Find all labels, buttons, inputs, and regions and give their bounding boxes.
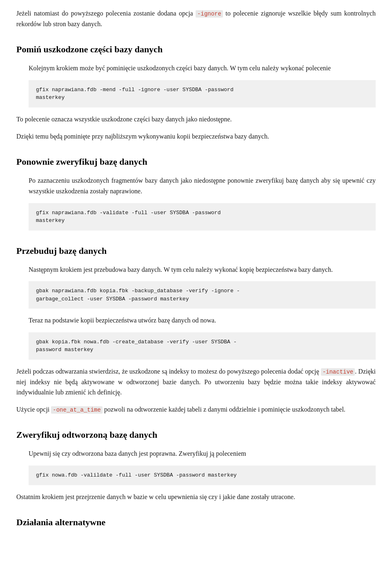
intro-paragraph: Jeżeli natomiast do powyższego polecenia…	[16, 8, 376, 29]
section1-para3: Dzięki temu będą pominięte przy najbliżs…	[16, 131, 376, 142]
intro-text-before: Jeżeli natomiast do powyższego polecenia…	[16, 10, 196, 17]
section2-heading: Ponownie zweryfikuj bazę danych	[16, 155, 376, 169]
section1-para2: To polecenie oznacza wszystkie uszkodzon…	[16, 114, 376, 125]
section3-heading: Przebuduj bazę danych	[16, 244, 376, 258]
section3-para1: Następnym krokiem jest przebudowa bazy d…	[29, 264, 376, 275]
section3-para4-before: Użycie opcji	[16, 406, 51, 413]
section3-para2: Teraz na podstawie kopii bezpieczeństwa …	[29, 315, 376, 326]
section3-para4: Użycie opcji -one_at_a_time pozwoli na o…	[16, 404, 376, 415]
section3-para3-before: Jeżeli podczas odtwarzania stwierdzisz, …	[16, 368, 321, 375]
section3-code-one-at-a-time: -one_at_a_time	[51, 406, 102, 414]
intro-code-ignore: -ignore	[196, 10, 223, 18]
section1-heading: Pomiń uszkodzone części bazy danych	[16, 42, 376, 56]
section3-para4-after: pozwoli na odtworzenie każdej tabeli z d…	[102, 406, 345, 413]
section3-code-block2: gbak kopia.fbk nowa.fdb -create_database…	[29, 332, 376, 360]
section4-code-block: gfix nowa.fdb -valildate -full -user SYS…	[29, 466, 376, 485]
section4-para1: Upewnij się czy odtworzona baza danych j…	[29, 448, 376, 459]
section1-para1: Kolejnym krokiem może być pominięcie usz…	[29, 63, 376, 74]
section3-code-inactive: -inactive	[321, 368, 355, 376]
section1-code-block: gfix naprawiana.fdb -mend -full -ignore …	[29, 80, 376, 107]
section5-heading: Działania alternatywne	[16, 515, 376, 529]
section3-code-block1: gbak naprawiana.fdb kopia.fbk -backup_da…	[29, 281, 376, 309]
section4-heading: Zweryfikuj odtworzoną bazę danych	[16, 428, 376, 442]
section3-para3: Jeżeli podczas odtwarzania stwierdzisz, …	[16, 366, 376, 398]
section4-para2: Ostatnim krokiem jest przejrzenie danych…	[16, 492, 376, 502]
section2-code-block: gfix naprawiana.fdb -validate -full -use…	[29, 203, 376, 231]
section2-para1: Po zaznaczeniu uszkodzonych fragmentów b…	[29, 175, 376, 196]
